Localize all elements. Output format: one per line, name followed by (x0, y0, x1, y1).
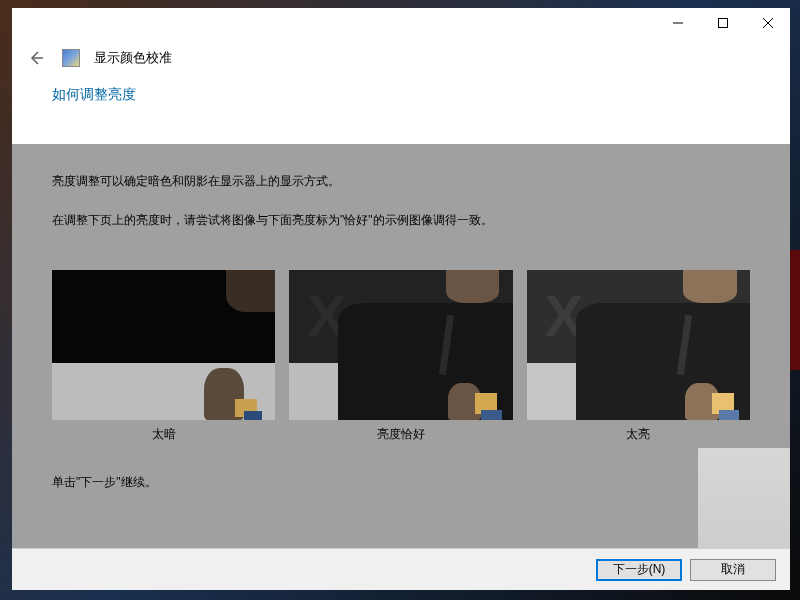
example-too-dark: 太暗 (52, 270, 275, 443)
cancel-button[interactable]: 取消 (690, 559, 776, 581)
next-button[interactable]: 下一步(N) (596, 559, 682, 581)
close-button[interactable] (745, 8, 790, 38)
caption-too-bright: 太亮 (626, 426, 650, 443)
desktop-edge (790, 250, 800, 370)
instruction-2: 在调整下页上的亮度时，请尝试将图像与下面亮度标为"恰好"的示例图像调得一致。 (52, 211, 750, 230)
app-title: 显示颜色校准 (94, 49, 172, 67)
footer: 下一步(N) 取消 (12, 548, 790, 590)
thumb-too-bright: X (527, 270, 750, 420)
calibration-window: 显示颜色校准 如何调整亮度 亮度调整可以确定暗色和阴影在显示器上的显示方式。 在… (12, 8, 790, 590)
page-heading: 如何调整亮度 (52, 86, 750, 104)
content-area: 如何调整亮度 亮度调整可以确定暗色和阴影在显示器上的显示方式。 在调整下页上的亮… (12, 86, 790, 548)
body-panel: 亮度调整可以确定暗色和阴影在显示器上的显示方式。 在调整下页上的亮度时，请尝试将… (12, 144, 790, 548)
thumb-too-dark (52, 270, 275, 420)
svg-rect-1 (718, 19, 727, 28)
example-too-bright: X 太亮 (527, 270, 750, 443)
back-button[interactable] (24, 46, 48, 70)
maximize-button[interactable] (700, 8, 745, 38)
app-icon (62, 49, 80, 67)
thumb-good: X (289, 270, 512, 420)
minimize-button[interactable] (655, 8, 700, 38)
continue-text: 单击"下一步"继续。 (52, 473, 750, 492)
example-good: X 亮度恰好 (289, 270, 512, 443)
titlebar (12, 8, 790, 38)
caption-too-dark: 太暗 (152, 426, 176, 443)
instruction-1: 亮度调整可以确定暗色和阴影在显示器上的显示方式。 (52, 172, 750, 191)
caption-good: 亮度恰好 (377, 426, 425, 443)
header: 显示颜色校准 (12, 38, 790, 86)
overlay-artifact (698, 448, 790, 548)
examples-row: 太暗 X 亮度恰好 X 太亮 (52, 270, 750, 443)
